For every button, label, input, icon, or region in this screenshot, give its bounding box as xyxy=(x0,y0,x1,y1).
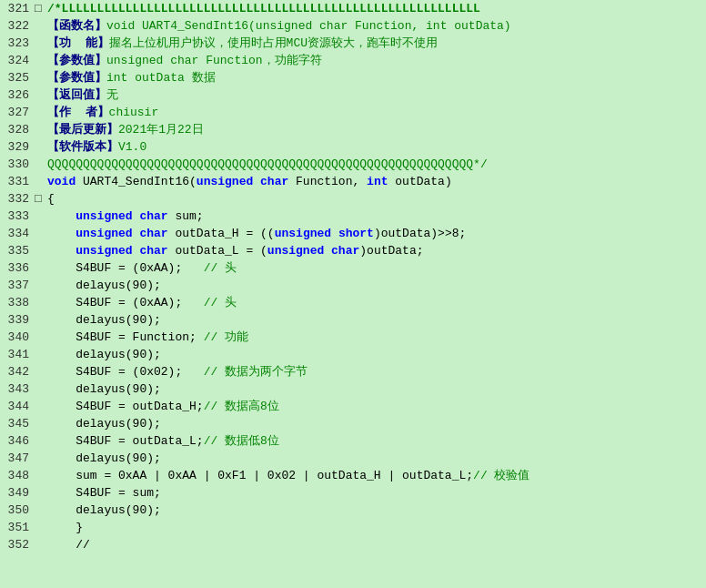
code-token: S4BUF = Function; xyxy=(47,330,204,344)
code-line: 344 S4BUF = outData_H;// 数据高8位 xyxy=(0,398,706,415)
code-line: 338 S4BUF = (0xAA); // 头 xyxy=(0,294,706,311)
code-line: 330 QQQQQQQQQQQQQQQQQQQQQQQQQQQQQQQQQQQQ… xyxy=(0,156,706,173)
code-token: 【参数值】 xyxy=(47,54,106,67)
code-token: )outData; xyxy=(359,244,423,258)
code-content: unsigned char outData_H = ((unsigned sho… xyxy=(47,225,706,242)
code-content: // xyxy=(47,536,706,553)
code-content: 【参数值】int outData 数据 xyxy=(47,69,706,86)
line-number: 329 xyxy=(0,138,35,156)
code-token: unsigned char xyxy=(76,209,167,223)
code-token: // 数据高8位 xyxy=(204,400,279,413)
code-content: S4BUF = (0xAA); // 头 xyxy=(47,294,706,311)
code-content: delayus(90); xyxy=(47,502,706,519)
code-line: 325 【参数值】int outData 数据 xyxy=(0,69,706,86)
code-token: sum; xyxy=(168,209,204,223)
line-number: 325 xyxy=(0,69,35,86)
line-number: 324 xyxy=(0,52,35,69)
line-number: 350 xyxy=(0,502,35,519)
code-content: 【返回值】无 xyxy=(47,86,706,104)
code-token: 【软件版本】 xyxy=(47,140,118,154)
code-token: // 数据低8位 xyxy=(204,434,279,448)
line-number: 340 xyxy=(0,329,35,346)
line-number: 352 xyxy=(0,536,35,553)
code-token: 【功 能】 xyxy=(47,36,109,50)
code-content: 【参数值】unsigned char Function，功能字符 xyxy=(47,52,706,69)
code-content: sum = 0xAA | 0xAA | 0xF1 | 0x02 | outDat… xyxy=(47,467,706,484)
line-number: 334 xyxy=(0,225,35,242)
code-token: // 头 xyxy=(204,296,237,309)
fold-icon xyxy=(35,173,47,190)
code-token: unsigned char xyxy=(76,244,167,258)
code-token: chiusir xyxy=(109,106,159,119)
code-token: 【作 者】 xyxy=(47,106,109,119)
code-content: 【软件版本】V1.0 xyxy=(47,138,706,156)
fold-icon[interactable]: □ xyxy=(35,190,47,208)
code-token: delayus(90); xyxy=(47,313,161,327)
line-number: 344 xyxy=(0,398,35,415)
fold-icon xyxy=(35,329,47,346)
line-number: 332 xyxy=(0,190,35,208)
fold-icon xyxy=(35,398,47,415)
code-content: unsigned char sum; xyxy=(47,208,706,225)
code-line: 329 【软件版本】V1.0 xyxy=(0,138,706,156)
code-token: int outData 数据 xyxy=(106,71,216,85)
line-number: 345 xyxy=(0,415,35,432)
code-content: delayus(90); xyxy=(47,415,706,432)
code-line: 347 delayus(90); xyxy=(0,450,706,467)
line-number: 328 xyxy=(0,121,35,138)
code-token: outData_H = (( xyxy=(168,227,275,240)
code-line: 343 delayus(90); xyxy=(0,380,706,398)
code-line: 334 unsigned char outData_H = ((unsigned… xyxy=(0,225,706,242)
code-content: void UART4_SendInt16(unsigned char Funct… xyxy=(47,173,706,190)
code-token: delayus(90); xyxy=(47,451,161,465)
code-line: 333 unsigned char sum; xyxy=(0,208,706,225)
code-line: 327 【作 者】chiusir xyxy=(0,104,706,121)
code-line: 322 【函数名】void UART4_SendInt16(unsigned c… xyxy=(0,17,706,35)
fold-icon xyxy=(35,450,47,467)
code-line: 345 delayus(90); xyxy=(0,415,706,432)
code-token: 握名上位机用户协议，使用时占用MCU资源较大，跑车时不使用 xyxy=(109,36,438,50)
line-number: 346 xyxy=(0,432,35,450)
code-line: 321□/*LLLLLLLLLLLLLLLLLLLLLLLLLLLLLLLLLL… xyxy=(0,0,706,17)
fold-icon[interactable]: □ xyxy=(35,0,47,17)
line-number: 321 xyxy=(0,0,35,17)
code-token: delayus(90); xyxy=(47,417,161,431)
fold-icon xyxy=(35,69,47,86)
code-token: delayus(90); xyxy=(47,279,161,292)
code-token: delayus(90); xyxy=(47,348,161,361)
code-line: 326 【返回值】无 xyxy=(0,86,706,104)
code-token: unsigned char xyxy=(267,244,359,258)
code-content: 【函数名】void UART4_SendInt16(unsigned char … xyxy=(47,17,706,35)
code-line: 350 delayus(90); xyxy=(0,502,706,519)
fold-icon xyxy=(35,52,47,69)
fold-icon xyxy=(35,467,47,484)
line-number: 333 xyxy=(0,208,35,225)
code-content: 【最后更新】2021年1月22日 xyxy=(47,121,706,138)
fold-icon xyxy=(35,502,47,519)
code-token: int xyxy=(367,175,388,188)
code-content: } xyxy=(47,519,706,536)
code-content: delayus(90); xyxy=(47,450,706,467)
code-line: 352 // xyxy=(0,536,706,553)
code-token: outData) xyxy=(388,175,452,188)
code-token: // xyxy=(47,538,90,552)
line-number: 348 xyxy=(0,467,35,484)
code-token: 【返回值】 xyxy=(47,88,106,102)
code-token: QQQQQQQQQQQQQQQQQQQQQQQQQQQQQQQQQQQQQQQQ… xyxy=(47,157,488,171)
code-token: S4BUF = (0xAA); xyxy=(47,261,204,275)
code-content: S4BUF = sum; xyxy=(47,484,706,502)
code-content: S4BUF = (0xAA); // 头 xyxy=(47,259,706,277)
code-token: S4BUF = (0xAA); xyxy=(47,296,204,309)
code-content: S4BUF = outData_H;// 数据高8位 xyxy=(47,398,706,415)
fold-icon xyxy=(35,311,47,329)
code-content: S4BUF = (0x02); // 数据为两个字节 xyxy=(47,363,706,380)
code-token: 【参数值】 xyxy=(47,71,106,85)
code-editor: 321□/*LLLLLLLLLLLLLLLLLLLLLLLLLLLLLLLLLL… xyxy=(0,0,706,553)
code-token: delayus(90); xyxy=(47,503,161,517)
line-number: 336 xyxy=(0,259,35,277)
fold-icon xyxy=(35,242,47,259)
code-content: delayus(90); xyxy=(47,311,706,329)
line-number: 330 xyxy=(0,156,35,173)
code-token: 【最后更新】 xyxy=(47,123,118,137)
fold-icon xyxy=(35,346,47,363)
